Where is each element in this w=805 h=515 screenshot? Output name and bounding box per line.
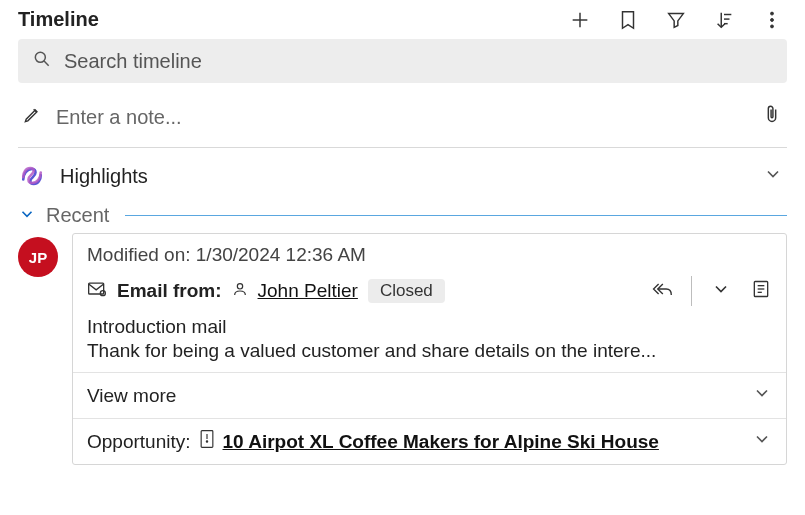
svg-point-8 <box>771 24 774 27</box>
recent-collapse-icon[interactable] <box>18 205 36 227</box>
copilot-icon <box>18 162 46 190</box>
view-more-label: View more <box>87 385 176 407</box>
svg-point-12 <box>100 291 105 296</box>
person-icon <box>232 281 248 301</box>
search-icon <box>32 49 52 73</box>
recent-label: Recent <box>46 204 109 227</box>
svg-rect-11 <box>89 283 104 294</box>
chevron-down-icon <box>752 429 772 454</box>
email-icon <box>87 280 107 302</box>
highlights-section[interactable]: Highlights <box>60 165 749 188</box>
svg-point-13 <box>237 284 242 289</box>
filter-icon[interactable] <box>665 9 687 31</box>
note-detail-icon[interactable] <box>750 279 772 303</box>
opportunity-icon <box>197 429 217 454</box>
svg-point-7 <box>771 18 774 21</box>
header-actions <box>569 9 787 31</box>
recent-divider <box>125 215 787 216</box>
search-input[interactable]: Search timeline <box>18 39 787 83</box>
sender-link[interactable]: John Peltier <box>258 280 358 302</box>
svg-point-9 <box>35 52 45 62</box>
add-icon[interactable] <box>569 9 591 31</box>
email-preview: Thank for being a valued customer and sh… <box>87 340 772 362</box>
email-from-label: Email from: <box>117 280 222 302</box>
activity-card: Modified on: 1/30/2024 12:36 AM Email fr… <box>72 233 787 465</box>
modified-on: Modified on: 1/30/2024 12:36 AM <box>87 244 772 266</box>
search-placeholder: Search timeline <box>64 50 202 73</box>
chevron-down-icon <box>752 383 772 408</box>
separator <box>691 276 692 306</box>
svg-line-10 <box>44 61 49 66</box>
view-more-row[interactable]: View more <box>73 372 786 418</box>
email-subject: Introduction mail <box>87 316 772 338</box>
note-input[interactable]: Enter a note... <box>56 106 747 129</box>
page-title: Timeline <box>18 8 99 31</box>
sort-icon[interactable] <box>713 9 735 31</box>
svg-point-20 <box>206 441 207 442</box>
pencil-icon[interactable] <box>22 105 42 129</box>
reply-all-icon[interactable] <box>651 279 673 303</box>
chevron-down-icon[interactable] <box>763 164 783 188</box>
opportunity-row[interactable]: Opportunity: 10 Airpot XL Coffee Makers … <box>73 418 786 464</box>
more-icon[interactable] <box>761 9 783 31</box>
avatar: JP <box>18 237 58 277</box>
status-badge: Closed <box>368 279 445 303</box>
modified-label: Modified on: <box>87 244 191 265</box>
attachment-icon[interactable] <box>761 103 783 131</box>
svg-point-6 <box>771 12 774 15</box>
chevron-down-icon[interactable] <box>710 279 732 303</box>
opportunity-link[interactable]: 10 Airpot XL Coffee Makers for Alpine Sk… <box>223 431 659 453</box>
bookmark-icon[interactable] <box>617 9 639 31</box>
modified-value: 1/30/2024 12:36 AM <box>196 244 366 265</box>
opportunity-label: Opportunity: <box>87 431 191 453</box>
